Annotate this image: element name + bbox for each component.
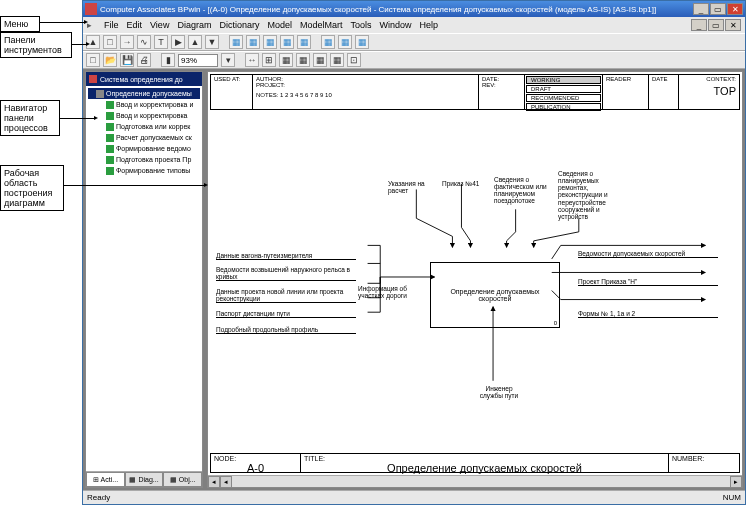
toolbar-2: □ 📂 💾 🖨 ▮ 93% ▾ ↔ ⊞ ▦ ▦ ▦ ▦ ⊡ [83,51,745,69]
app-window: Computer Associates BPwin - [(A-0) Опред… [82,0,746,505]
status-num: NUM [723,493,741,502]
inputs-group-label: Информация об участках дороги [358,285,418,299]
tb-btn-a[interactable]: ▦ [229,35,243,49]
output-label: Ведомости допускаемых скоростей [578,250,718,258]
tb2-f[interactable]: ▦ [330,53,344,67]
squiggle-tool[interactable]: ∿ [137,35,151,49]
control-label: Приказ №41 [442,180,488,187]
tree-root[interactable]: Определение допускаемы [88,88,200,99]
menu-window[interactable]: Window [379,20,411,30]
tb-btn-g[interactable]: ▦ [338,35,352,49]
scroll-right[interactable]: ▸ [730,476,742,488]
zoom-dropdown[interactable]: ▾ [221,53,235,67]
scroll-left2[interactable]: ◂ [220,476,232,488]
menu-tools[interactable]: Tools [350,20,371,30]
input-label: Паспорт дистанции пути [216,310,356,318]
control-label: Сведения о фактическом или планируемом п… [494,176,554,205]
tri-down-tool[interactable]: ▼ [205,35,219,49]
tab-activities[interactable]: ⊞Acti... [86,472,125,487]
tab-objects[interactable]: ▦Obj... [163,472,202,487]
tb-btn-e[interactable]: ▦ [297,35,311,49]
open-button[interactable]: 📂 [103,53,117,67]
process-tree[interactable]: Определение допускаемы Ввод и корректиро… [86,86,202,471]
minimize-button[interactable]: _ [693,3,709,15]
callout-menu: Меню [0,16,40,32]
tree-item[interactable]: Подготовка проекта Пр [88,154,200,165]
text-tool[interactable]: T [154,35,168,49]
input-label: Данные вагона-путеизмерителя [216,252,356,260]
new-button[interactable]: □ [86,53,100,67]
box-tool[interactable]: □ [103,35,117,49]
output-label: Формы № 1, 1а и 2 [578,310,718,318]
maximize-button[interactable]: ▭ [710,3,726,15]
tree-item[interactable]: Подготовка или коррек [88,121,200,132]
up-tool[interactable]: ▶ [171,35,185,49]
mdi-minimize-button[interactable]: _ [691,19,707,31]
menu-file[interactable]: File [104,20,119,30]
callout-toolbars: Панели инструментов [0,32,72,58]
title-text: Computer Associates BPwin - [(A-0) Опред… [100,5,693,14]
mdi-close-button[interactable]: ✕ [725,19,741,31]
tree-item[interactable]: Расчет допускаемых ск [88,132,200,143]
process-box[interactable]: Определение допускаемых скоростей 0 [430,262,560,328]
tb-btn-c[interactable]: ▦ [263,35,277,49]
tri-up-tool[interactable]: ▲ [188,35,202,49]
tb-btn-d[interactable]: ▦ [280,35,294,49]
canvas-scrollbar[interactable]: ◂ ◂ ▸ [208,475,742,487]
menu-view[interactable]: View [150,20,169,30]
menu-modelmart[interactable]: ModelMart [300,20,343,30]
tree-item[interactable]: Формирование ведомо [88,143,200,154]
diagram-canvas[interactable]: USED AT: AUTHOR: PROJECT: NOTES: 1 2 3 4… [207,71,743,488]
callout-workarea: Рабочая область построения диаграмм [0,165,64,211]
scroll-left[interactable]: ◂ [208,476,220,488]
titlebar: Computer Associates BPwin - [(A-0) Опред… [83,1,745,17]
tree-item[interactable]: Формирование типовы [88,165,200,176]
menubar: ▸ File Edit View Diagram Dictionary Mode… [83,17,745,33]
control-label: Сведения о планируемых ремонтах, реконст… [558,170,628,220]
tb-btn-b[interactable]: ▦ [246,35,260,49]
input-label: Подробный продольный профиль [216,326,356,334]
tb2-a[interactable]: ↔ [245,53,259,67]
flag-button[interactable]: ▮ [161,53,175,67]
callout-navigator: Навигатор панели процессов [0,100,60,136]
tb2-b[interactable]: ⊞ [262,53,276,67]
tb2-e[interactable]: ▦ [313,53,327,67]
navigator-panel: Система определения до Определение допус… [85,71,203,488]
tab-diagrams[interactable]: ▦Diag... [125,472,164,487]
tb-btn-h[interactable]: ▦ [355,35,369,49]
navigator-head: Система определения до [86,72,202,86]
status-ready: Ready [87,493,110,502]
tb2-g[interactable]: ⊡ [347,53,361,67]
tb-btn-f[interactable]: ▦ [321,35,335,49]
tb2-c[interactable]: ▦ [279,53,293,67]
tb2-d[interactable]: ▦ [296,53,310,67]
workspace: Система определения до Определение допус… [83,69,745,490]
zoom-combo[interactable]: 93% [178,54,218,67]
control-label: Указания на расчет [388,180,434,194]
tree-item[interactable]: Ввод и корректировка [88,110,200,121]
tree-item[interactable]: Ввод и корректировка и [88,99,200,110]
model-icon [89,75,97,83]
navigator-title: Система определения до [100,76,183,83]
menu-diagram[interactable]: Diagram [177,20,211,30]
arrow-tool[interactable]: → [120,35,134,49]
print-button[interactable]: 🖨 [137,53,151,67]
statusbar: Ready NUM [83,490,745,504]
app-icon [85,3,97,15]
toolbar-1: ▲ □ → ∿ T ▶ ▲ ▼ ▦ ▦ ▦ ▦ ▦ ▦ ▦ ▦ [83,33,745,51]
mdi-maximize-button[interactable]: ▭ [708,19,724,31]
input-label: Данные проекта новой линии или проекта р… [216,288,356,303]
idef-body: Определение допускаемых скоростей 0 Данн… [210,110,740,453]
output-label: Проект Приказа "Н" [578,278,718,286]
menu-edit[interactable]: Edit [127,20,143,30]
close-button[interactable]: ✕ [727,3,743,15]
menu-dictionary[interactable]: Dictionary [219,20,259,30]
navigator-tabs: ⊞Acti... ▦Diag... ▦Obj... [86,471,202,487]
mechanism-label: Инженер службы пути [474,385,524,399]
save-button[interactable]: 💾 [120,53,134,67]
idef-footer: NODE: A-0 TITLE: Определение допускаемых… [210,453,740,473]
idef-header: USED AT: AUTHOR: PROJECT: NOTES: 1 2 3 4… [210,74,740,110]
menu-model[interactable]: Model [267,20,292,30]
menu-help[interactable]: Help [419,20,438,30]
input-label: Ведомости возвышений наружного рельса в … [216,266,356,281]
